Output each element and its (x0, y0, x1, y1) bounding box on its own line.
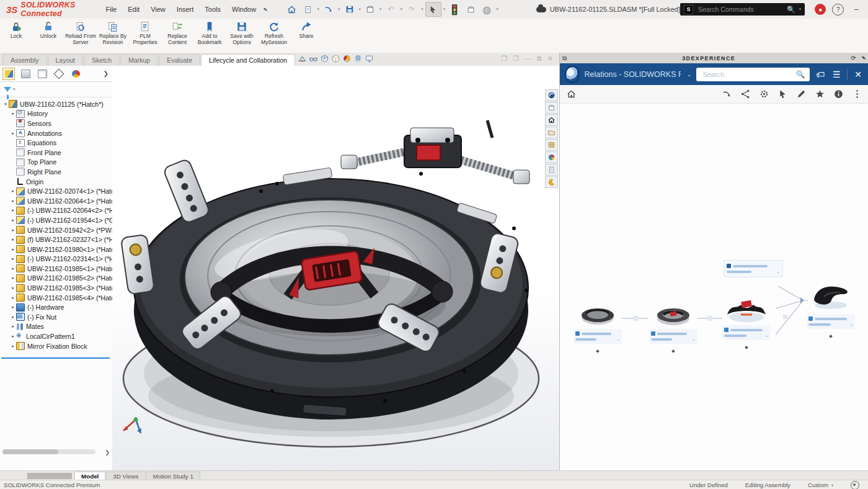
tree-item[interactable]: ▸ LocalCirPattern1 (2, 331, 112, 341)
side-tool-icon[interactable] (545, 127, 558, 138)
tree-item[interactable]: ▸ UBW-21162-01985<2> (*Hatch Zinc (2, 274, 112, 284)
ribbon-button[interactable]: Lock (0, 19, 32, 53)
side-tool-icon[interactable] (545, 176, 558, 188)
tree-item[interactable]: ▸ Right Plane (2, 167, 112, 177)
relation-node-handle[interactable]: ⌄ (807, 279, 855, 340)
side-tool-icon[interactable] (545, 89, 558, 101)
tree-item[interactable]: ▸ UBW-21162-01942<2> (*PW30 Top (2, 225, 112, 235)
tree-item[interactable]: ▸ Front Plane (2, 148, 112, 158)
expand-arrow-icon[interactable]: ▸ (10, 256, 16, 261)
filter-caret-icon[interactable]: ▾ (13, 87, 16, 92)
command-tab[interactable]: Sketch (84, 54, 120, 66)
expand-arrow-icon[interactable]: ▸ (10, 305, 16, 310)
panel-toggle-button[interactable] (463, 2, 478, 16)
relations-tool-icon[interactable] (759, 89, 769, 99)
user-avatar[interactable]: ● (815, 4, 826, 15)
view-tool-icon[interactable] (342, 54, 352, 63)
options-button[interactable]: ◍ (479, 2, 494, 16)
relation-node-clamp[interactable]: ⌄ (722, 290, 771, 351)
expand-arrow-icon[interactable]: ▸ (10, 208, 16, 213)
ribbon-button[interactable]: Replace By Revision (97, 19, 129, 53)
tree-item[interactable]: ▸ (-) Hardware (2, 302, 112, 312)
doc-restore-icon[interactable]: ❐ (501, 55, 507, 63)
panel-search-icon[interactable]: 🔍 (795, 70, 805, 79)
home-button[interactable] (285, 2, 299, 16)
ribbon-button[interactable]: Add to Bookmark (193, 19, 226, 53)
relations-tool-icon[interactable] (833, 89, 844, 99)
tree-item[interactable]: ▸ Sensors (2, 119, 112, 128)
panel-refresh-icon[interactable]: ⟳ (851, 55, 856, 61)
relation-node-reference[interactable]: ⌄ (724, 260, 783, 277)
expand-arrow-icon[interactable]: ▸ (10, 266, 16, 271)
view-tool-icon[interactable] (331, 54, 340, 63)
expand-arrow-icon[interactable]: ▸ (10, 324, 16, 329)
ribbon-button[interactable]: Refresh MySession (258, 19, 290, 53)
document-tab[interactable]: 3D Views (106, 472, 145, 480)
relations-tool-icon[interactable] (815, 89, 825, 99)
expand-arrow-icon[interactable]: ▸ (10, 218, 16, 223)
tree-item[interactable]: ▸ Annotations (2, 128, 112, 138)
new-document-button[interactable] (301, 2, 316, 16)
panel-close-icon[interactable]: ✕ (852, 70, 864, 79)
tree-item[interactable]: ▸ UBW-21162-01985<4> (*Hatch Zinc (2, 293, 112, 303)
undo-button[interactable]: ↶ (384, 2, 399, 16)
relation-node-lid[interactable]: ⌄ (649, 301, 698, 355)
relations-tool-icon[interactable] (796, 89, 807, 99)
tree-item[interactable]: ▸ (f) UBW-21162-02327<1> (*Hatch In (2, 235, 112, 244)
print-button[interactable] (363, 2, 378, 16)
search-caret-icon[interactable]: ▾ (799, 7, 802, 12)
command-search[interactable]: S 🔍 ▾ (680, 3, 805, 16)
app-title[interactable]: Relations - SOLIDWORKS Relatio (585, 70, 681, 79)
select-tool-button[interactable] (425, 2, 441, 17)
status-units-selector[interactable]: Custom▾ (808, 482, 833, 488)
compass-icon[interactable] (565, 66, 580, 83)
relations-tool-icon[interactable] (777, 89, 788, 99)
menu-item[interactable]: Edit (122, 3, 145, 16)
command-tab[interactable]: Lifecycle and Collaboration (201, 54, 295, 66)
redo-button[interactable]: ↷ (404, 2, 419, 16)
relations-tool-icon[interactable] (722, 89, 732, 99)
side-tool-icon[interactable] (545, 114, 558, 126)
expand-arrow-icon[interactable]: ▸ (10, 295, 16, 300)
tree-item[interactable]: ▸ (-) UBW-21162-01954<1> (*Gasket S (2, 215, 112, 225)
ribbon-button[interactable]: Unlock (32, 19, 64, 53)
expand-arrow-icon[interactable]: ▸ (10, 315, 16, 320)
command-tab[interactable]: Assembly (2, 54, 47, 66)
menu-item[interactable]: Tools (199, 3, 226, 16)
doc-cascade-icon[interactable]: ⧉ (537, 55, 542, 63)
save-button[interactable] (342, 2, 357, 16)
menu-item[interactable]: File (100, 3, 122, 16)
tree-item[interactable]: ▸ UBW-21162-02074<1> (*Hatch Lid*) (2, 186, 112, 196)
tab-configuration-manager[interactable] (36, 68, 48, 80)
tree-item[interactable]: ▸ UBW-21162-02064<1> (*Hatch Spr (2, 196, 112, 206)
panel-dock-icon[interactable]: ⧉ (562, 55, 567, 62)
command-tab[interactable]: Markup (120, 54, 158, 66)
tree-item[interactable]: ▸ (-) UBW-21162-02314<1> (*Hatch R (2, 254, 112, 264)
tree-item[interactable]: ▸ Mates (2, 322, 112, 332)
side-tool-icon[interactable] (545, 139, 558, 151)
hatch-assembly-model[interactable] (117, 104, 545, 454)
expand-arrow-icon[interactable]: ▸ (10, 111, 16, 116)
doc-minimize-icon[interactable]: — (525, 55, 531, 63)
side-tool-icon[interactable] (545, 102, 558, 114)
minimize-button[interactable]: – (850, 5, 862, 14)
hamburger-menu-icon[interactable]: ☰ (831, 70, 842, 79)
ribbon-button[interactable]: Share (290, 19, 322, 53)
home-icon[interactable] (566, 89, 577, 99)
tree-item[interactable]: ▸ UBW-21162-01985<1> (*Hatch Zinc (2, 264, 112, 274)
relations-tool-icon[interactable] (740, 89, 751, 99)
expand-arrow-icon[interactable]: ▸ (10, 189, 16, 194)
side-tool-icon[interactable] (545, 151, 558, 163)
relations-tool-icon[interactable] (852, 89, 862, 99)
tab-display-manager[interactable] (69, 68, 82, 80)
ribbon-button[interactable]: Replace Content (161, 19, 193, 53)
view-tool-icon[interactable] (309, 54, 318, 63)
menu-item[interactable]: View (145, 3, 171, 16)
command-tab[interactable]: Evaluate (159, 54, 200, 66)
search-commands-input[interactable] (697, 5, 783, 14)
tree-item[interactable]: ▸ Equations (2, 138, 112, 148)
ribbon-button[interactable]: PLM Properties (129, 19, 161, 53)
app-chevron-icon[interactable]: ⌄ (687, 71, 692, 78)
tab-feature-tree[interactable] (2, 68, 15, 80)
view-tool-icon[interactable] (320, 54, 329, 63)
